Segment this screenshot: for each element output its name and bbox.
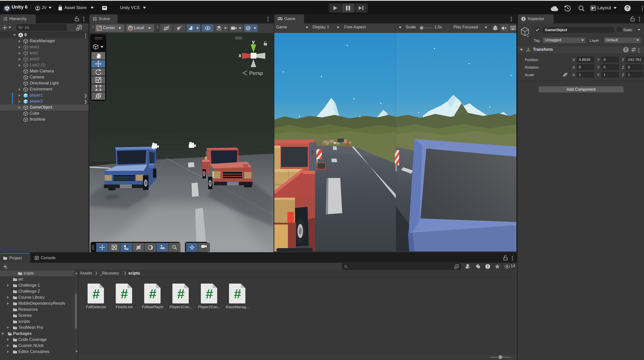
svg-text:x: x: [239, 53, 241, 58]
svg-text:#: #: [121, 287, 128, 301]
svg-text:#: #: [93, 287, 100, 301]
svg-text:#: #: [177, 287, 185, 301]
svg-text:#: #: [149, 287, 157, 301]
svg-text:Persp: Persp: [249, 70, 263, 76]
svg-text:y: y: [252, 39, 255, 44]
svg-text:#: #: [206, 287, 213, 301]
svg-text:#: #: [234, 287, 241, 301]
